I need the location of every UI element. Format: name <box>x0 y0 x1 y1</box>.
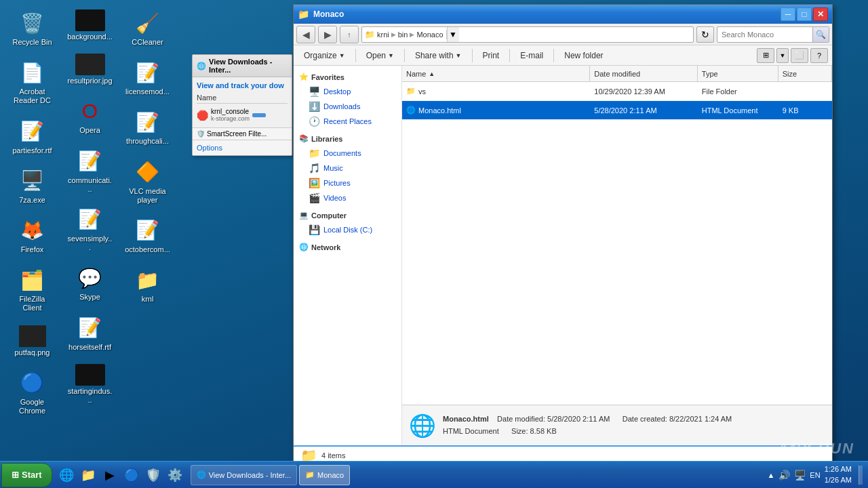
address-dropdown[interactable]: ▼ <box>447 27 459 42</box>
taskbar-program-download[interactable]: 🌐 View Downloads - Inter... <box>191 465 297 485</box>
desktop-icon-startingindus[interactable]: startingindus... <box>64 361 115 407</box>
desktop-icon-resultprior[interactable]: resultprior.jpg <box>64 51 115 88</box>
tray-network-icon[interactable]: 🖥️ <box>794 470 806 481</box>
clock-time: 1:26 AM <box>825 464 852 474</box>
new-folder-button[interactable]: New folder <box>558 47 609 64</box>
tray-arrow-icon[interactable]: ▲ <box>767 471 774 479</box>
sidebar-item-desktop[interactable]: 🖥️ Desktop <box>294 84 401 99</box>
taskbar-settings-icon[interactable]: ⚙️ <box>165 465 185 485</box>
col-header-size[interactable]: Size <box>778 66 832 81</box>
col-header-name[interactable]: Name ▲ <box>402 66 590 81</box>
libraries-section: 📚 Libraries 📁 Documents 🎵 Music 🖼️ Pictu… <box>294 131 401 205</box>
sidebar-item-downloads[interactable]: ⬇️ Downloads <box>294 99 401 114</box>
tray-volume-icon[interactable]: 🔊 <box>778 470 790 481</box>
start-button[interactable]: ⊞ Start <box>1 463 52 487</box>
file-name-monaco: Monaco.html <box>418 106 461 115</box>
search-button[interactable]: 🔍 <box>812 26 829 43</box>
desktop-icon-ccleaner[interactable]: 🧹 CCleaner <box>122 7 173 49</box>
watermark: ANY RUN <box>777 440 854 458</box>
monaco-program-label: Monaco <box>317 471 344 479</box>
desktop-icon-filezilla[interactable]: 🗂️ FileZilla Client <box>7 264 58 315</box>
col-header-date[interactable]: Date modified <box>590 66 698 81</box>
computer-group[interactable]: 💻 Computer <box>294 208 401 222</box>
sidebar-item-recent-places[interactable]: 🕐 Recent Places <box>294 114 401 129</box>
music-sidebar-icon: 🎵 <box>309 163 320 174</box>
network-group[interactable]: 🌐 Network <box>294 240 401 254</box>
desktop-icon-licensemod[interactable]: 📝 licensemod... <box>122 56 173 99</box>
taskbar-media-icon[interactable]: ▶ <box>100 465 120 485</box>
sidebar-pictures-label: Pictures <box>323 179 351 187</box>
sidebar-recent-places-label: Recent Places <box>323 117 372 125</box>
view-dropdown-button[interactable]: ▼ <box>776 48 789 63</box>
share-with-button[interactable]: Share with ▼ <box>409 47 468 64</box>
download-panel-body: View and track your dow Name 🛑 krnl_cons… <box>193 77 292 127</box>
desktop-icon-firefox[interactable]: 🦊 Firefox <box>7 214 58 257</box>
search-box[interactable]: 🔍 <box>717 26 829 43</box>
minimize-button[interactable]: ─ <box>781 7 795 21</box>
sidebar-item-videos[interactable]: 🎬 Videos <box>294 190 401 205</box>
startingindus-icon <box>75 364 105 386</box>
preview-pane-button[interactable]: ⬜ <box>791 48 808 63</box>
open-button[interactable]: Open ▼ <box>360 47 400 64</box>
back-button[interactable]: ◀ <box>296 26 315 43</box>
opera-label: Opera <box>79 126 100 135</box>
skype-label: Skype <box>79 293 100 302</box>
desktop-icon-communications[interactable]: 📝 communicati... <box>64 145 115 197</box>
table-row[interactable]: 📁 vs 10/29/2020 12:39 AM File Folder <box>402 82 832 101</box>
taskbar-chrome-icon[interactable]: 🔵 <box>121 465 142 485</box>
organize-button[interactable]: Organize ▼ <box>298 47 351 64</box>
throughcali-label: throughcali... <box>126 137 169 146</box>
taskbar-program-monaco[interactable]: 📁 Monaco <box>299 465 350 485</box>
open-label: Open <box>366 51 386 60</box>
desktop-icon-krnl[interactable]: 📁 krnl <box>122 264 173 306</box>
file-cell-type-monaco: HTML Document <box>698 106 778 115</box>
recent-places-sidebar-icon: 🕐 <box>309 116 320 127</box>
ie-program-icon: 🌐 <box>197 470 206 479</box>
sidebar-item-pictures[interactable]: 🖼️ Pictures <box>294 176 401 190</box>
up-button[interactable]: ↑ <box>340 26 359 43</box>
desktop-icon-throughcali[interactable]: 📝 throughcali... <box>122 106 173 148</box>
close-button[interactable]: ✕ <box>813 7 828 21</box>
table-row[interactable]: 🌐 Monaco.html 5/28/2020 2:11 AM HTML Doc… <box>402 101 832 120</box>
options-link[interactable]: Options <box>197 144 222 152</box>
favorites-group[interactable]: ⭐ Favorites <box>294 70 401 84</box>
desktop-icon-recycle-bin[interactable]: 🗑️ Recycle Bin <box>7 7 58 49</box>
taskbar-shield-icon[interactable]: 🛡️ <box>143 465 163 485</box>
col-header-type[interactable]: Type <box>698 66 778 81</box>
taskbar-ie-icon[interactable]: 🌐 <box>56 465 77 485</box>
desktop-icon-parties[interactable]: 📝 partiesfor.rtf <box>7 115 58 158</box>
desktop-icon-7za[interactable]: 🖥️ 7za.exe <box>7 165 58 207</box>
help-button[interactable]: ? <box>810 48 828 63</box>
sidebar-item-music[interactable]: 🎵 Music <box>294 161 401 176</box>
sidebar-item-local-disk[interactable]: 💾 Local Disk (C:) <box>294 222 401 237</box>
desktop-icon-acrobat[interactable]: 📄 Acrobat Reader DC <box>7 56 58 108</box>
desktop-icon-background[interactable]: background... <box>64 7 115 44</box>
sidebar-videos-label: Videos <box>323 194 346 202</box>
search-input[interactable] <box>717 30 812 39</box>
forward-button[interactable]: ▶ <box>318 26 337 43</box>
desktop-icon-skype[interactable]: 💬 Skype <box>64 262 115 304</box>
desktop-icon-putfaq[interactable]: putfaq.png <box>7 323 58 360</box>
maximize-button[interactable]: □ <box>797 7 812 21</box>
email-button[interactable]: E-mail <box>514 47 549 64</box>
address-bar[interactable]: 📁 krni ▶ bin ▶ Monaco ▼ <box>361 26 694 43</box>
monaco-program-icon: 📁 <box>305 470 315 479</box>
view-toggle-button[interactable]: ⊞ <box>757 48 774 63</box>
sidebar-item-documents[interactable]: 📁 Documents <box>294 146 401 161</box>
taskbar-folder-icon[interactable]: 📁 <box>78 465 98 485</box>
desktop-icon-opera[interactable]: O Opera <box>64 95 115 138</box>
refresh-button[interactable]: ↻ <box>696 26 714 43</box>
filezilla-label: FileZilla Client <box>9 295 55 312</box>
desktop-icon-vlc[interactable]: 🔶 VLC media player <box>122 156 173 207</box>
view-controls: ⊞ ▼ ⬜ ? <box>757 48 828 63</box>
show-desktop-button[interactable] <box>859 466 863 485</box>
desktop-icon-horseitself[interactable]: 📝 horseitself.rtf <box>64 312 115 354</box>
desktop-icon-octobercom[interactable]: 📝 octobercom... <box>122 214 173 257</box>
libraries-group[interactable]: 📚 Libraries <box>294 131 401 146</box>
communications-icon: 📝 <box>77 148 104 175</box>
smartscreen-bar[interactable]: 🛡️ SmartScreen Filte... <box>193 127 292 140</box>
desktop-icon-sevensimply[interactable]: 📝 sevensimply... <box>64 203 115 255</box>
licensemod-icon: 📝 <box>134 59 161 86</box>
print-button[interactable]: Print <box>477 47 506 64</box>
desktop-icon-chrome[interactable]: 🔵 Google Chrome <box>7 367 58 418</box>
